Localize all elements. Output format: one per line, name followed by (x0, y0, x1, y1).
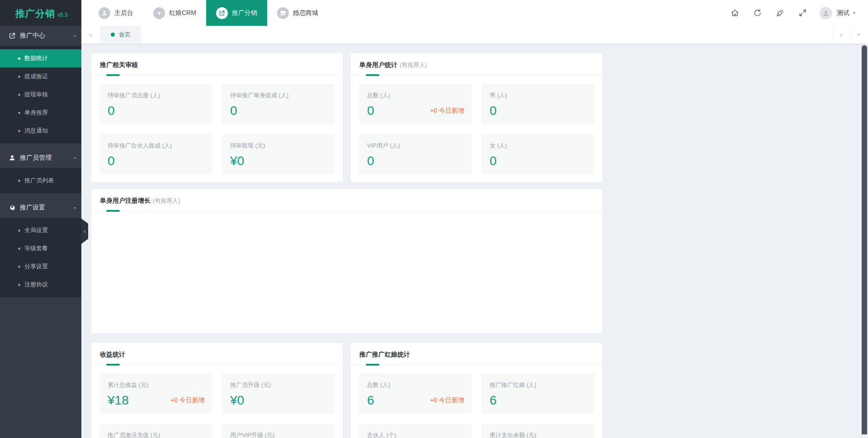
person-icon (99, 7, 110, 19)
sidebar-item-register-agreement[interactable]: 注册协议 (0, 276, 81, 294)
chevron-up-icon: › (71, 157, 77, 159)
card-body: 累计总收益 (元) ¥18 +0 今日新增 推广员升级 (元) ¥0 推广员激活… (91, 365, 343, 438)
submenu-promo-settings: 全局设置 等级套餐 分享设置 注册协议 (0, 218, 81, 297)
tabbar-dropdown-button[interactable]: › (850, 26, 868, 43)
stat-tile: 待审提现 (元) ¥0 (222, 134, 335, 174)
nav-tab-marriage-mall[interactable]: 婚恋商城 (267, 0, 328, 26)
card-header: 收益统计 (91, 343, 343, 365)
stat-value: ¥0 (230, 154, 326, 168)
chevron-right-icon: › (840, 31, 842, 38)
stat-label: 累计支出余额 (元) (490, 431, 586, 438)
home-icon[interactable] (724, 0, 746, 26)
sidebar-section-promo-center[interactable]: 推广中心 › (0, 26, 81, 46)
sidebar-item-withdraw-audit[interactable]: 提现审核 (0, 86, 81, 104)
card-title: 单身用户注册增长 (100, 197, 151, 204)
today-new-badge: +0 今日新增 (430, 396, 464, 405)
empty-chart-area (91, 211, 602, 333)
card-header: 推广推广红娘统计 (351, 343, 602, 365)
today-new-badge: +0 今日新增 (170, 396, 205, 405)
stat-label: 总数 (人) (367, 91, 463, 100)
sidebar-item-label: 分享设置 (24, 262, 48, 271)
stat-tile: 推广员激活充值 (元) ¥0 (99, 424, 212, 438)
nav-tab-label: 红娘CRM (169, 9, 196, 17)
stat-label: 待审推广单身提成 (人) (230, 91, 326, 100)
main-content: 推广相关审核 待审推广员注册 (人) 0 待审推广单身提成 (人) 0 待审推广… (81, 44, 868, 438)
bullet-dot-icon (18, 229, 20, 232)
heart-icon: ♥ (153, 7, 165, 19)
nav-tab-matchmaker-crm[interactable]: ♥ 红娘CRM (143, 0, 206, 26)
stat-label: 推广员升级 (元) (230, 381, 326, 389)
sidebar-section-promo-settings[interactable]: 推广设置 › (0, 198, 81, 218)
user-name: 测试 (837, 9, 849, 17)
stat-tile: VIP用户 (人) 0 (359, 134, 472, 174)
bullet-dot-icon (18, 266, 20, 268)
tabbar-scroll-left-button[interactable]: ‹ (81, 26, 100, 43)
card-revenue: 收益统计 累计总收益 (元) ¥18 +0 今日新增 推广员升级 (元) ¥0 … (91, 343, 343, 438)
gear-icon (8, 204, 16, 212)
sidebar-item-data-stats[interactable]: 数据统计 (0, 49, 81, 67)
refresh-icon[interactable] (746, 0, 769, 26)
active-dot-icon (111, 33, 115, 37)
sidebar-item-global-settings[interactable]: 全局设置 (0, 221, 81, 239)
bullet-dot-icon (18, 76, 20, 78)
card-title: 单身用户统计 (359, 61, 397, 68)
sidebar-item-share-settings[interactable]: 分享设置 (0, 257, 81, 276)
vertical-scrollbar-thumb[interactable] (862, 45, 867, 434)
page-tab-home[interactable]: 首页 (100, 26, 141, 43)
sidebar-item-promoter-list[interactable]: 推广员列表 (0, 171, 81, 190)
card-body: 总数 (人) 6 +0 今日新增 推广推广红娘 (人) 6 合伙人 (个) 0 … (351, 365, 602, 438)
stat-tile: 累计支出余额 (元) ¥0 (481, 424, 594, 438)
sidebar-item-message-notice[interactable]: 消息通知 (0, 122, 81, 140)
card-header: 推广相关审核 (91, 53, 343, 76)
stat-label: 推广员激活充值 (元) (108, 431, 204, 438)
cards-row-3: 收益统计 累计总收益 (元) ¥18 +0 今日新增 推广员升级 (元) ¥0 … (91, 343, 602, 438)
bullet-dot-icon (18, 284, 20, 286)
card-title: 推广推广红娘统计 (359, 351, 410, 358)
sidebar: 推广分销 v5.3 推广中心 › 数据统计 提成验证 提现审核 单身推荐 消息通… (0, 0, 81, 438)
sidebar-item-label: 注册协议 (24, 281, 48, 289)
sidebar-item-label: 数据统计 (24, 54, 48, 62)
nav-tab-main-backend[interactable]: 主后台 (89, 0, 143, 26)
tabbar-scroll-right-button[interactable]: › (832, 26, 850, 43)
sidebar-item-label: 提成验证 (24, 72, 48, 81)
stat-tile: 待审推广员注册 (人) 0 (99, 84, 212, 124)
sidebar-item-level-packages[interactable]: 等级套餐 (0, 239, 81, 257)
nav-tab-promo-distribution[interactable]: 推广分销 (206, 0, 267, 26)
stat-value: 0 (490, 104, 586, 118)
cards-row-1: 推广相关审核 待审推广员注册 (人) 0 待审推广单身提成 (人) 0 待审推广… (91, 53, 602, 182)
nav-tab-label: 推广分销 (232, 9, 257, 17)
chevron-left-icon: ‹ (90, 31, 92, 38)
card-title: 收益统计 (100, 351, 125, 358)
sidebar-item-label: 消息通知 (24, 127, 48, 135)
card-single-users: 单身用户统计(有推荐人) 总数 (人) 0 +0 今日新增 男 (人) 0 VI… (351, 53, 602, 182)
app-logo: 推广分销 v5.3 (0, 0, 81, 26)
title-accent-dash (366, 364, 379, 366)
user-menu[interactable]: 测试 ▾ (820, 7, 855, 19)
stat-tile: 推广员升级 (元) ¥0 (222, 373, 335, 414)
share-icon (216, 7, 228, 19)
submenu-promo-center: 数据统计 提成验证 提现审核 单身推荐 消息通知 (0, 46, 81, 143)
sidebar-item-label: 提现审核 (24, 90, 48, 99)
sidebar-section-promoter-mgmt[interactable]: 推广员管理 › (0, 148, 81, 168)
clean-icon[interactable] (769, 0, 792, 26)
bullet-dot-icon (18, 248, 20, 250)
top-navbar: 主后台 ♥ 红娘CRM 推广分销 婚恋商城 (81, 0, 868, 26)
sidebar-item-label: 单身推荐 (24, 109, 48, 117)
card-growth-chart: 单身用户注册增长(有推荐人) (91, 189, 602, 333)
card-header: 单身用户统计(有推荐人) (351, 53, 602, 76)
chevron-up-icon: › (71, 35, 77, 37)
stat-label: 女 (人) (490, 142, 586, 150)
title-accent-dash (106, 74, 120, 76)
stat-value: 0 (490, 154, 586, 168)
sidebar-item-commission-verify[interactable]: 提成验证 (0, 67, 81, 86)
chevron-down-icon: › (855, 33, 863, 36)
stat-label: 待审推广合伙人提成 (人) (108, 142, 204, 150)
sidebar-item-single-recommend[interactable]: 单身推荐 (0, 104, 81, 122)
stat-value: 0 (230, 104, 326, 118)
card-subtitle: (有推荐人) (400, 62, 427, 68)
fullscreen-icon[interactable] (792, 0, 814, 26)
stat-value: ¥0 (230, 393, 326, 408)
submenu-promoter-mgmt: 推广员列表 (0, 168, 81, 193)
bullet-dot-icon (18, 57, 20, 60)
card-header: 单身用户注册增长(有推荐人) (91, 189, 602, 211)
